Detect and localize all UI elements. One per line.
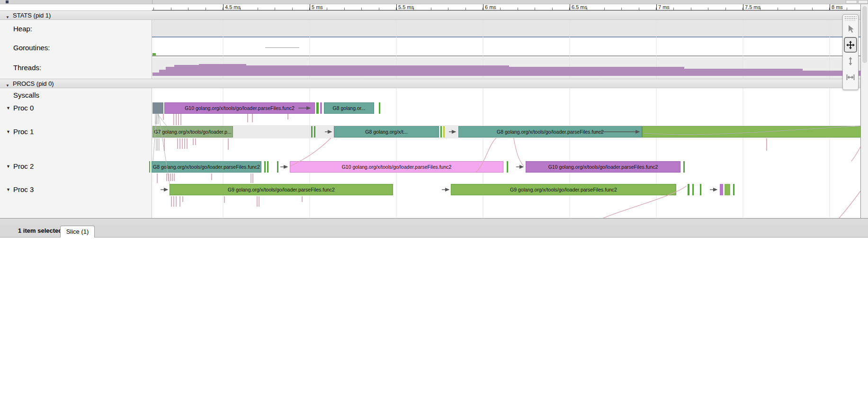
scroll-corner	[846, 0, 857, 4]
section-title: STATS (pid 1)	[13, 11, 51, 20]
slice-sliver[interactable]	[149, 161, 150, 173]
ruler-label: 4.5 ms	[225, 4, 241, 10]
trace-viewer-window: 4.5 ms 5 ms 5.5 ms 6 ms 6.5 ms 7 ms 7.5 …	[0, 0, 868, 393]
track-label-proc0: Proc 0	[13, 104, 34, 112]
track-label-proc2: Proc 2	[13, 162, 34, 170]
major-tick	[570, 4, 570, 10]
timing-tool-button[interactable]	[844, 69, 857, 85]
goroutines-chart-mark	[265, 47, 299, 48]
slice-sliver[interactable]	[311, 126, 313, 137]
slice-unlabeled-green[interactable]	[642, 126, 862, 137]
track-label-syscalls: Syscalls	[13, 91, 39, 99]
section-title: PROCS (pid 0)	[13, 80, 54, 88]
time-ruler[interactable]: 4.5 ms 5 ms 5.5 ms 6 ms 6.5 ms 7 ms 7.5 …	[0, 4, 868, 10]
slice-sliver[interactable]	[264, 161, 266, 173]
major-tick	[223, 4, 224, 10]
ruler-label: 5 ms	[312, 4, 323, 10]
vertical-arrows-icon	[846, 56, 855, 66]
ruler-label: 7.5 ms	[745, 4, 761, 10]
slice-sliver[interactable]	[720, 184, 723, 195]
track-label-proc1: Proc 1	[13, 128, 34, 136]
ruler-label: 6 ms	[485, 4, 496, 10]
slice-sliver[interactable]	[316, 102, 319, 114]
slice-sliver[interactable]	[700, 184, 701, 195]
major-tick	[396, 4, 397, 10]
selection-tab-strip: 1 item selected: Slice (1)	[0, 225, 868, 238]
ruler-label: 7 ms	[658, 4, 670, 10]
slice-sliver[interactable]	[692, 184, 694, 195]
horizontal-span-icon	[846, 73, 855, 82]
divider	[152, 0, 152, 4]
scrollbar-thumb[interactable]	[862, 6, 867, 63]
vertical-scrollbar[interactable]	[860, 4, 868, 218]
threads-chart-area	[152, 57, 861, 79]
counter-label-heap: Heap:	[13, 25, 32, 33]
major-tick	[310, 4, 310, 10]
drag-handle-icon[interactable]	[844, 16, 857, 20]
cursor-arrow-icon	[846, 24, 855, 34]
pan-tool-button[interactable]	[844, 37, 857, 53]
slice-sliver[interactable]	[507, 161, 508, 173]
collapse-arrow-icon[interactable]: ▼	[6, 164, 10, 169]
slice-sliver[interactable]	[733, 184, 734, 195]
slice-g9-parsefiles[interactable]: G9 golang.org/x/tools/go/loader.parseFil…	[451, 184, 676, 195]
collapse-arrow-icon[interactable]: ▼	[6, 106, 10, 110]
goroutines-chart-line	[152, 55, 861, 56]
major-tick	[830, 4, 830, 10]
track-label-proc3: Proc 3	[13, 185, 34, 193]
slice-g8-parsefiles-long[interactable]: G8 golang.org/x/tools/go/loader.parseFil…	[458, 126, 642, 137]
slice-sliver[interactable]	[688, 184, 689, 195]
slice-g10-parsefiles[interactable]: G10 golang.org/x/tools/go/loader.parseFi…	[526, 161, 680, 173]
slice-sliver[interactable]	[267, 161, 268, 173]
ruler-label: 8 ms	[832, 4, 843, 10]
slice-sliver[interactable]	[277, 161, 278, 173]
collapse-arrow-icon[interactable]: ▼	[6, 187, 10, 192]
slice-sliver[interactable]	[379, 102, 380, 114]
major-tick	[743, 4, 743, 10]
select-tool-button[interactable]	[844, 21, 857, 37]
slice-g8-parsefiles[interactable]: G8 golang.or...	[324, 102, 374, 114]
tab-slice[interactable]: Slice (1)	[60, 226, 95, 238]
section-header-stats[interactable]: ▼ STATS (pid 1)	[0, 10, 868, 20]
heap-chart-area	[152, 20, 861, 37]
slice-g8-parsefiles[interactable]: G8 golang.org/x/tools/go/loader.parseFil…	[152, 161, 261, 173]
counter-label-goroutines: Goroutines:	[13, 44, 50, 52]
slice-thread-unnamed[interactable]	[152, 102, 163, 114]
slice-sliver[interactable]	[725, 184, 730, 195]
selection-status: 1 item selected:	[18, 227, 64, 234]
major-tick	[656, 4, 657, 10]
slice-sliver[interactable]	[320, 102, 322, 114]
slice-g9-parsefiles[interactable]: G9 golang.org/x/tools/go/loader.parseFil…	[170, 184, 393, 195]
slice-g10-parsefiles[interactable]: G10 golang.org/x/tools/go/loader.parseFi…	[164, 102, 315, 114]
major-tick	[483, 4, 483, 10]
collapse-arrow-icon[interactable]: ▼	[6, 13, 9, 22]
goroutines-chart-mark	[152, 53, 156, 55]
slice-sliver[interactable]	[683, 161, 685, 173]
slice-sliver[interactable]	[314, 126, 315, 137]
ruler-label: 5.5 ms	[398, 4, 414, 10]
slice-details-panel: Title G10 golang.org/x/tools/go/loader.p…	[0, 238, 868, 393]
slice-sliver[interactable]	[443, 126, 445, 137]
heap-chart-line	[152, 37, 861, 37]
collapse-arrow-icon[interactable]: ▼	[6, 82, 9, 90]
pan-move-icon	[846, 40, 855, 50]
tool-palette	[842, 14, 859, 90]
vertical-zoom-tool-button[interactable]	[844, 53, 857, 69]
section-header-procs[interactable]: ▼ PROCS (pid 0)	[0, 79, 868, 88]
panel-splitter[interactable]	[0, 218, 868, 225]
counter-label-threads: Threads:	[13, 64, 41, 72]
slice-g8-parsefiles[interactable]: G8 golang.org/x/t...	[334, 126, 439, 137]
ruler-label: 6.5 ms	[572, 4, 587, 10]
slice-g10-parsefiles-selected[interactable]: G10 golang.org/x/tools/go/loader.parseFi…	[290, 161, 503, 173]
slice-g7-parsefiles[interactable]: G7 golang.org/x/tools/go/loader.p...	[152, 126, 233, 137]
slice-sliver[interactable]	[440, 126, 442, 137]
scroll-corner	[858, 0, 868, 4]
collapse-arrow-icon[interactable]: ▼	[6, 129, 10, 134]
horizontal-scrollbar[interactable]	[0, 0, 868, 4]
scrollbar-thumb[interactable]	[6, 0, 9, 3]
